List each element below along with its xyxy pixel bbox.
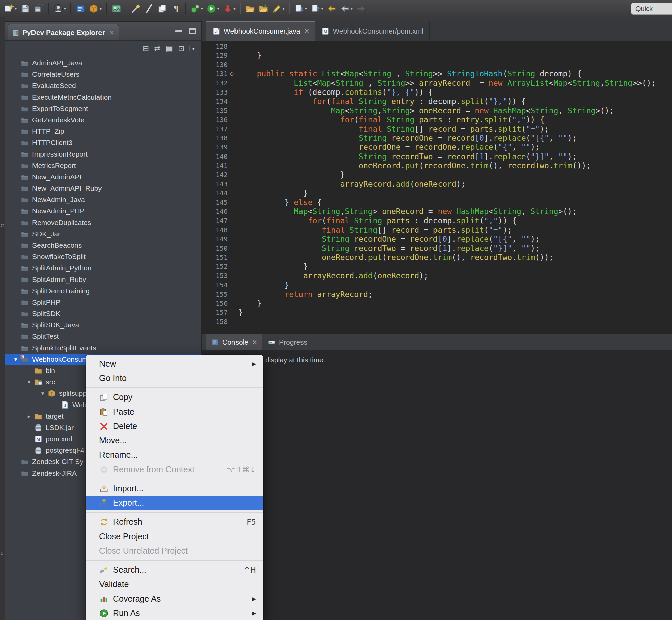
twisty-open-icon[interactable]: ▾ xyxy=(24,379,34,386)
line-number[interactable]: 156 xyxy=(202,299,235,308)
tree-item-splittest[interactable]: SplitTest xyxy=(5,331,201,342)
code-line[interactable]: 142 } xyxy=(202,170,672,179)
coverage-button[interactable]: ▾ xyxy=(189,2,205,15)
twisty-open-icon[interactable]: ▾ xyxy=(38,390,47,397)
code-line[interactable]: 133 if (decomp.contains("}, {")) { xyxy=(202,88,672,97)
line-number[interactable]: 130 xyxy=(202,60,235,69)
highlighter-button[interactable]: ▾ xyxy=(270,2,286,15)
menu-item-new[interactable]: New▶ xyxy=(86,357,263,371)
tree-item-sdk-jar[interactable]: SDK_Jar xyxy=(5,228,201,240)
line-number[interactable]: 150 xyxy=(202,244,235,253)
code-line[interactable]: 145 } else { xyxy=(202,198,672,207)
code-line[interactable]: 141 oneRecord.put(recordOne.trim(), reco… xyxy=(202,161,672,170)
code-line[interactable]: 150 String recordTwo = record[1].replace… xyxy=(202,244,672,253)
code-line[interactable]: 139 recordOne = recordOne.replace("{", "… xyxy=(202,143,672,152)
code-line[interactable]: 136 for(final String parts : entry.split… xyxy=(202,115,672,124)
menu-item-move[interactable]: Move... xyxy=(86,433,263,448)
editor-tab-webhookconsumer-pom-xml[interactable]: MWebhookConsumer/pom.xml xyxy=(315,21,430,41)
tree-item-getzendeskvote[interactable]: GetZendeskVote xyxy=(5,114,201,126)
last-edit-location-button[interactable] xyxy=(325,2,338,15)
close-tab-icon[interactable]: × xyxy=(252,338,257,346)
tree-item-splitsdk[interactable]: SplitSDK xyxy=(5,308,201,319)
new-image-button[interactable] xyxy=(110,2,123,15)
line-number[interactable]: 134 xyxy=(202,97,235,106)
tree-item-newadmin-php[interactable]: NewAdmin_PHP xyxy=(5,205,201,217)
code-line[interactable]: 134 for(final String entry : decomp.spli… xyxy=(202,97,672,106)
user-profile-button[interactable]: ▾ xyxy=(52,2,68,15)
menu-item-paste[interactable]: Paste xyxy=(86,405,263,419)
menu-item-close-project[interactable]: Close Project xyxy=(86,529,263,544)
code-line[interactable]: 140 String recordTwo = record[1].replace… xyxy=(202,152,672,161)
maximize-button[interactable] xyxy=(189,28,196,34)
menu-item-rename[interactable]: Rename... xyxy=(86,448,263,462)
code-line[interactable]: 128 xyxy=(202,42,672,51)
tree-item-new-adminapi-ruby[interactable]: New_AdminAPI_Ruby xyxy=(5,183,201,194)
fold-marker-icon[interactable]: ⊖ xyxy=(230,69,234,79)
line-number[interactable]: 147 xyxy=(202,216,235,225)
editor-tab-webhookconsumer-java[interactable]: JWebhookConsumer.java× xyxy=(206,21,315,41)
line-number[interactable]: 145 xyxy=(202,198,235,207)
tree-item-splitsdk-java[interactable]: SplitSDK_Java xyxy=(5,319,201,331)
next-annotation-button[interactable]: ▾ xyxy=(293,2,309,15)
tree-item-searchbeacons[interactable]: SearchBeacons xyxy=(5,240,201,251)
console-tab-progress[interactable]: Progress xyxy=(262,334,313,350)
line-number[interactable]: 140 xyxy=(202,152,235,161)
menu-item-remove-from-context[interactable]: Remove from Context⌥⇧⌘↓ xyxy=(86,462,263,476)
open-folder-button[interactable] xyxy=(243,2,256,15)
line-number[interactable]: 144 xyxy=(202,189,235,198)
back-button[interactable]: ▾ xyxy=(339,2,354,15)
line-number[interactable]: 136 xyxy=(202,115,235,124)
menu-item-import[interactable]: Import... xyxy=(86,481,263,496)
new-wizard-button[interactable]: ▾ xyxy=(3,2,18,15)
code-line[interactable]: 154 } xyxy=(202,280,672,290)
line-number[interactable]: 154 xyxy=(202,280,235,290)
skip-breakpoints-button[interactable] xyxy=(143,2,156,15)
view-menu-button[interactable]: ▾ xyxy=(189,45,197,52)
quick-access-box[interactable]: Quick xyxy=(631,3,672,15)
code-line[interactable]: 129 } xyxy=(202,51,672,60)
line-number[interactable]: 143 xyxy=(202,179,235,189)
sketch-tool-button[interactable] xyxy=(129,2,142,15)
explorer-view-tab[interactable]: ▦ PyDev Package Explorer × xyxy=(8,24,119,40)
menu-item-coverage-as[interactable]: Coverage As▶ xyxy=(86,591,263,606)
tree-item-splunktosplitevents[interactable]: SplunkToSplitEvents xyxy=(5,342,201,354)
code-line[interactable]: 137 final String[] record = parts.split(… xyxy=(202,125,672,134)
line-number[interactable]: 133 xyxy=(202,88,235,97)
menu-item-run-as[interactable]: Run As▶ xyxy=(86,606,263,620)
code-line[interactable]: 130 xyxy=(202,60,672,69)
tree-item-metricsreport[interactable]: MetricsReport xyxy=(5,160,201,171)
menu-item-delete[interactable]: Delete xyxy=(86,419,263,433)
code-line[interactable]: 147 for(final String parts : decomp.spli… xyxy=(202,216,672,225)
code-line[interactable]: 153 arrayRecord.add(oneRecord); xyxy=(202,271,672,280)
line-number[interactable]: 138 xyxy=(202,134,235,143)
code-line[interactable]: 149 String recordOne = record[0].replace… xyxy=(202,235,672,244)
code-line[interactable]: 146 Map<String,String> oneRecord = new H… xyxy=(202,207,672,216)
code-line[interactable]: 152 } xyxy=(202,262,672,271)
close-view-icon[interactable]: × xyxy=(110,28,114,37)
line-number[interactable]: 148 xyxy=(202,225,235,235)
code-line[interactable]: 132 List<Map<String , String>> arrayReco… xyxy=(202,79,672,88)
menu-item-copy[interactable]: Copy xyxy=(86,390,263,405)
line-number[interactable]: 132 xyxy=(202,79,235,88)
tree-item-splitphp[interactable]: SplitPHP xyxy=(5,297,201,308)
link-with-editor-button[interactable]: ⇄ xyxy=(154,45,161,52)
line-number[interactable]: 128 xyxy=(202,42,235,51)
code-line[interactable]: 157} xyxy=(202,308,672,317)
open-resource-button[interactable] xyxy=(257,2,270,15)
line-number[interactable]: 141 xyxy=(202,161,235,170)
forward-button[interactable] xyxy=(355,2,368,15)
tree-item-snowflaketosplit[interactable]: SnowflakeToSplit xyxy=(5,251,201,262)
tree-item-splitadmin-python[interactable]: SplitAdmin_Python xyxy=(5,262,201,274)
tree-item-httpclient3[interactable]: HTTPClient3 xyxy=(5,137,201,149)
collapse-all-button[interactable]: ⊟ xyxy=(143,45,149,52)
tree-item-impressionreport[interactable]: ImpressionReport xyxy=(5,149,201,160)
menu-item-search[interactable]: Search...^H xyxy=(86,563,263,577)
line-number[interactable]: 137 xyxy=(202,125,235,134)
tree-item-removeduplicates[interactable]: RemoveDuplicates xyxy=(5,217,201,228)
filters-button[interactable]: ⊡ xyxy=(178,45,184,52)
line-number[interactable]: 152 xyxy=(202,262,235,271)
run-button[interactable]: ▾ xyxy=(205,2,221,15)
line-number[interactable]: 157 xyxy=(202,308,235,317)
code-line[interactable]: 155 return arrayRecord; xyxy=(202,290,672,299)
menu-item-close-unrelated-project[interactable]: Close Unrelated Project xyxy=(86,544,263,558)
